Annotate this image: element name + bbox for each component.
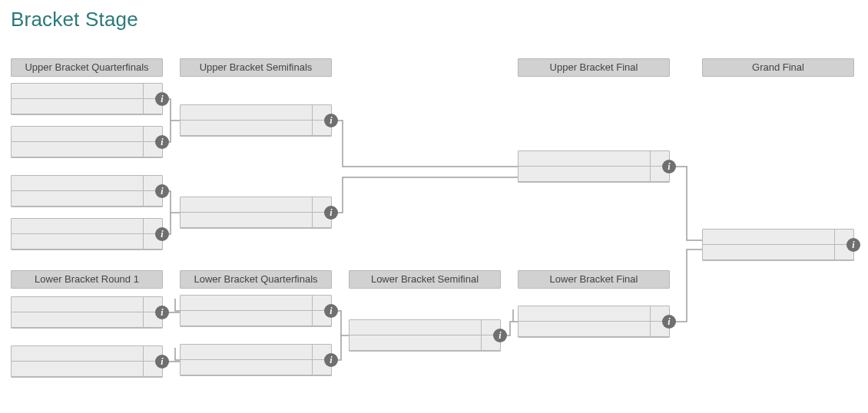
match-row-bottom: [350, 335, 500, 351]
header-grand-final: Grand Final: [702, 58, 854, 77]
match-lqf-2[interactable]: i: [180, 344, 332, 376]
match-uqf-2[interactable]: i: [11, 126, 163, 158]
score-separator: [143, 176, 144, 206]
info-icon[interactable]: i: [494, 329, 506, 342]
match-row-top: [12, 346, 162, 362]
page-title: Bracket Stage: [11, 8, 138, 31]
match-grand-final[interactable]: i: [702, 229, 854, 261]
header-upper-semifinals: Upper Bracket Semifinals: [180, 58, 332, 77]
match-row-bottom: [12, 312, 162, 328]
score-separator: [143, 127, 144, 157]
header-upper-quarterfinals: Upper Bracket Quarterfinals: [11, 58, 163, 77]
match-row-top: [181, 296, 331, 311]
header-lower-quarterfinals: Lower Bracket Quarterfinals: [180, 270, 332, 289]
match-row-top: [181, 345, 331, 360]
score-separator: [143, 346, 144, 377]
header-lower-round-1: Lower Bracket Round 1: [11, 270, 163, 289]
match-lsf[interactable]: i: [349, 319, 501, 352]
score-separator: [143, 297, 144, 328]
score-separator: [650, 306, 651, 337]
match-row-top: [12, 127, 162, 142]
info-icon[interactable]: i: [663, 160, 675, 173]
match-ubf[interactable]: i: [518, 150, 670, 183]
score-separator: [143, 219, 144, 249]
header-label: Lower Bracket Semifinal: [371, 273, 479, 285]
match-row-bottom: [518, 322, 669, 337]
match-row-top: [181, 197, 331, 213]
score-separator: [481, 320, 482, 351]
info-icon[interactable]: i: [156, 185, 168, 197]
match-row-top: [518, 151, 669, 167]
match-row-bottom: [181, 213, 331, 228]
info-icon[interactable]: i: [156, 93, 168, 105]
info-icon[interactable]: i: [156, 306, 168, 319]
match-row-bottom: [181, 360, 331, 375]
match-row-top: [518, 306, 669, 322]
score-separator: [312, 345, 313, 375]
match-row-bottom: [181, 121, 331, 136]
match-row-bottom: [12, 142, 162, 157]
info-icon[interactable]: i: [156, 136, 168, 148]
score-separator: [650, 151, 651, 182]
match-row-bottom: [12, 234, 162, 249]
match-lr1-2[interactable]: i: [11, 345, 163, 378]
match-row-top: [703, 230, 853, 245]
header-upper-final: Upper Bracket Final: [518, 58, 670, 77]
match-row-bottom: [518, 167, 669, 182]
match-row-top: [350, 320, 500, 335]
info-icon[interactable]: i: [325, 354, 337, 366]
info-icon[interactable]: i: [325, 114, 337, 127]
header-label: Upper Bracket Quarterfinals: [25, 61, 148, 73]
score-separator: [143, 84, 144, 114]
match-usf-2[interactable]: i: [180, 197, 332, 229]
match-uqf-1[interactable]: i: [11, 83, 163, 115]
info-icon[interactable]: i: [325, 305, 337, 317]
bracket-canvas: Bracket Stage Upper Bracket Quarterfinal…: [0, 0, 868, 413]
header-lower-semifinal: Lower Bracket Semifinal: [349, 270, 501, 289]
match-row-bottom: [703, 245, 853, 260]
info-icon[interactable]: i: [663, 316, 675, 328]
match-row-top: [12, 176, 162, 191]
info-icon[interactable]: i: [847, 239, 860, 251]
score-separator: [312, 197, 313, 228]
header-label: Lower Bracket Round 1: [35, 273, 139, 285]
match-row-bottom: [12, 99, 162, 114]
info-icon[interactable]: i: [156, 355, 168, 368]
score-separator: [312, 105, 313, 136]
match-uqf-4[interactable]: i: [11, 218, 163, 250]
match-row-top: [181, 105, 331, 121]
header-lower-final: Lower Bracket Final: [518, 270, 670, 289]
match-row-bottom: [12, 191, 162, 206]
info-icon[interactable]: i: [156, 228, 168, 240]
match-uqf-3[interactable]: i: [11, 175, 163, 207]
match-usf-1[interactable]: i: [180, 104, 332, 137]
header-label: Upper Bracket Semifinals: [200, 61, 313, 73]
header-label: Lower Bracket Final: [550, 273, 638, 285]
match-lbf[interactable]: i: [518, 306, 670, 338]
score-separator: [834, 230, 835, 260]
header-label: Upper Bracket Final: [550, 61, 638, 73]
match-lr1-1[interactable]: i: [11, 296, 163, 329]
match-row-bottom: [181, 311, 331, 326]
match-row-bottom: [12, 362, 162, 377]
match-lqf-1[interactable]: i: [180, 295, 332, 327]
match-row-top: [12, 219, 162, 234]
info-icon[interactable]: i: [325, 206, 337, 219]
match-row-top: [12, 84, 162, 99]
header-label: Grand Final: [752, 61, 804, 73]
header-label: Lower Bracket Quarterfinals: [194, 273, 317, 285]
match-row-top: [12, 297, 162, 312]
score-separator: [312, 296, 313, 326]
